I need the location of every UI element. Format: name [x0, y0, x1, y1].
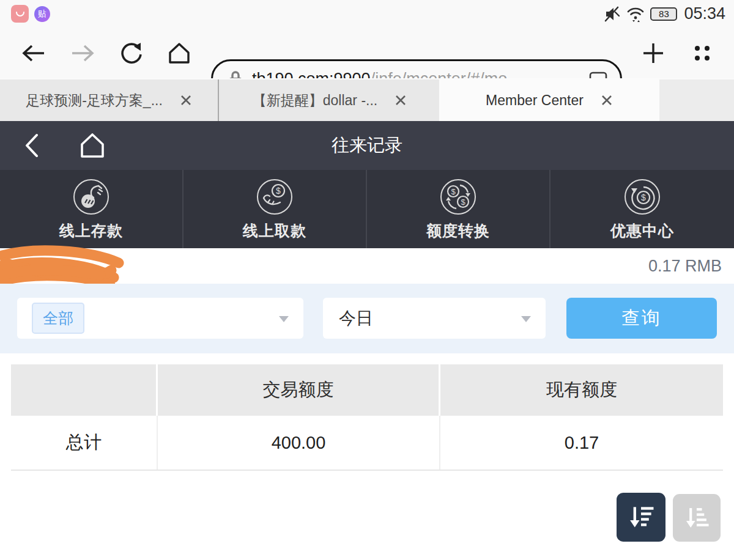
header-current-amount: 现有额度 [440, 364, 723, 416]
wifi-icon [626, 6, 645, 23]
type-select[interactable]: 全部 [17, 298, 303, 339]
clock: 05:34 [684, 4, 725, 23]
page-home-button[interactable] [77, 131, 108, 160]
tab-label: 足球预测-足球方案_... [26, 91, 163, 110]
muted-speaker-icon [604, 6, 621, 23]
sort-ascending-icon [683, 504, 710, 531]
home-button[interactable] [163, 28, 196, 78]
sort-descending-button[interactable] [617, 493, 665, 542]
appgallery-notification-icon [11, 5, 29, 23]
status-indicators: 83 05:34 [604, 0, 725, 28]
coin-refresh-icon: $ [623, 178, 661, 216]
filter-bar: 全部 今日 查询 [0, 284, 734, 353]
nav-promo-center[interactable]: $ 优惠中心 [550, 170, 734, 248]
browser-toolbar: tb190.com:9900/infe/mcenter/#/mo [0, 28, 734, 78]
coins-swap-icon: $ $ [439, 178, 477, 216]
chevron-down-icon [521, 316, 531, 322]
query-button[interactable]: 查询 [566, 298, 717, 339]
nav-label: 额度转换 [426, 221, 490, 241]
table-row: 总计 400.00 0.17 [11, 416, 723, 471]
page-title: 往来记录 [0, 121, 734, 170]
date-selected-value: 今日 [339, 307, 373, 330]
nav-label: 线上取款 [243, 221, 306, 241]
svg-text:$: $ [451, 187, 456, 196]
balance-amount: 0.17 RMB [648, 248, 722, 284]
tab-member-center-active[interactable]: Member Center [439, 79, 659, 121]
header-transaction-amount: 交易额度 [158, 364, 440, 416]
hand-banknote-icon [72, 178, 110, 216]
tab-label: 【新提醒】dollar -... [253, 91, 377, 110]
tieba-badge-text: 贴 [38, 9, 46, 20]
tab-label: Member Center [486, 92, 584, 109]
new-tab-button[interactable] [637, 28, 669, 78]
nav-label: 优惠中心 [610, 221, 674, 241]
screen: 贴 83 05:34 [0, 0, 734, 560]
summary-table: 交易额度 现有额度 总计 400.00 0.17 [11, 364, 723, 471]
tieba-notification-icon: 贴 [34, 6, 50, 22]
menu-button[interactable] [686, 28, 718, 78]
close-icon[interactable] [395, 94, 407, 106]
svg-text:$: $ [641, 193, 646, 202]
sort-ascending-button[interactable] [673, 494, 721, 542]
date-select[interactable]: 今日 [323, 298, 546, 339]
nav-online-deposit[interactable]: 线上存款 [0, 170, 184, 248]
status-bar: 贴 83 05:34 [0, 0, 734, 28]
battery-indicator: 83 [650, 7, 676, 21]
table-header-row: 交易额度 现有额度 [11, 364, 723, 416]
type-selected-chip[interactable]: 全部 [32, 303, 84, 334]
page-header: 往来记录 [0, 121, 734, 170]
battery-percent: 83 [659, 9, 669, 19]
tab-strip: 足球预测-足球方案_... 【新提醒】dollar -... Member Ce… [0, 78, 734, 121]
page-back-button[interactable] [18, 132, 45, 159]
tab-new-reminder[interactable]: 【新提醒】dollar -... [220, 79, 439, 121]
account-row: 0.17 RMB [0, 248, 734, 284]
tab-strip-empty [659, 79, 734, 121]
svg-text:$: $ [461, 197, 465, 207]
chevron-down-icon [279, 316, 289, 322]
back-button[interactable] [18, 28, 49, 78]
forward-button[interactable] [67, 28, 98, 78]
svg-text:$: $ [276, 186, 281, 196]
quick-nav: 线上存款 $ 线上取款 $ $ 额 [0, 170, 734, 248]
total-label: 总计 [11, 416, 158, 470]
close-icon[interactable] [180, 94, 192, 106]
total-current-value: 0.17 [440, 416, 723, 470]
sort-descending-icon [627, 503, 655, 531]
nav-label: 线上存款 [59, 221, 123, 241]
header-empty [11, 364, 158, 416]
total-transaction-value: 400.00 [158, 416, 440, 470]
close-icon[interactable] [601, 94, 613, 106]
nav-online-withdraw[interactable]: $ 线上取款 [184, 170, 367, 248]
tab-football-predict[interactable]: 足球预测-足球方案_... [0, 79, 219, 121]
reload-button[interactable] [115, 28, 148, 78]
hand-coin-icon: $ [256, 178, 294, 216]
nav-credit-transfer[interactable]: $ $ 额度转换 [367, 170, 550, 248]
